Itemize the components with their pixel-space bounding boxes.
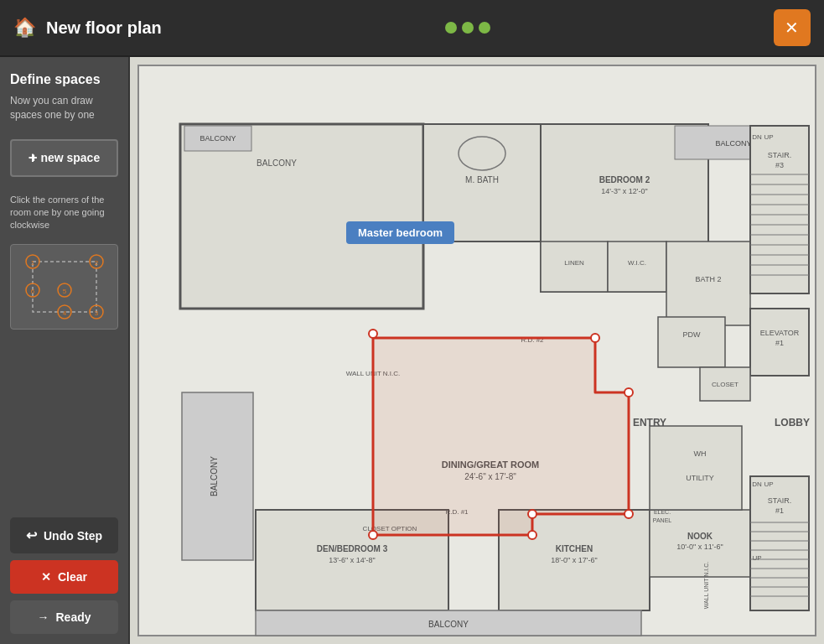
svg-rect-49 [658,317,725,367]
svg-text:14'-3" x 12'-0": 14'-3" x 12'-0" [601,187,647,195]
ready-arrow-icon: → [37,610,49,624]
floor-plan-svg: BALCONY BALCONY BEDROOM 2 14'-3" x 12'-0… [130,57,824,644]
svg-text:W.I.C.: W.I.C. [628,259,646,267]
undo-label: Undo Step [44,529,102,543]
svg-text:LINEN: LINEN [564,259,584,267]
svg-rect-28 [608,242,666,292]
header: 🏠 New floor plan ✕ [0,0,824,57]
dot-1 [445,22,457,34]
svg-text:DN: DN [752,480,762,488]
svg-point-100 [624,510,633,518]
close-button[interactable]: ✕ [774,9,811,46]
svg-text:ELEC.: ELEC. [654,509,671,515]
undo-icon: ↩ [26,527,37,543]
svg-text:3: 3 [94,309,98,317]
svg-text:NOOK: NOOK [687,532,713,541]
svg-text:WALL UNIT N.I.C.: WALL UNIT N.I.C. [703,562,709,610]
svg-point-101 [528,510,536,518]
ready-label: Ready [55,610,91,624]
svg-text:KITCHEN: KITCHEN [556,544,593,553]
svg-text:DEN/BEDROOM 3: DEN/BEDROOM 3 [317,544,388,553]
svg-rect-26 [541,242,608,292]
dot-2 [462,22,474,34]
new-space-label: + new space [30,151,100,164]
corner-diagram: 1 2 3 4 5 6 [10,244,118,330]
svg-text:STAIR.: STAIR. [768,496,791,505]
clear-label: Clear [58,570,87,584]
svg-text:13'-6" x 14'-8": 13'-6" x 14'-8" [329,556,375,564]
svg-point-102 [528,531,536,539]
instructions-text: Click the corners of the room one by one… [10,194,118,232]
new-space-button[interactable]: + + new space [10,139,118,177]
svg-text:BALCONY: BALCONY [200,134,236,143]
svg-text:M. BATH: M. BATH [465,175,499,184]
svg-text:BALCONY: BALCONY [428,620,469,629]
ready-button[interactable]: → Ready [10,600,118,634]
svg-point-103 [369,531,377,539]
svg-text:STAIR.: STAIR. [768,151,791,159]
svg-text:UP: UP [764,133,773,141]
svg-text:#1: #1 [775,506,784,515]
svg-point-98 [591,334,599,342]
svg-text:5: 5 [62,288,66,295]
clear-button[interactable]: ✕ Clear [10,560,118,594]
define-spaces-description: Now you can draw spaces one by one [10,94,118,122]
svg-text:WH: WH [694,449,707,458]
sidebar: Define spaces Now you can draw spaces on… [0,57,130,644]
svg-text:BALCONY: BALCONY [257,158,297,168]
dot-3 [479,22,490,34]
svg-text:UP: UP [764,480,773,488]
svg-text:BATH 2: BATH 2 [696,275,722,283]
canvas-area[interactable]: BALCONY BALCONY BEDROOM 2 14'-3" x 12'-0… [130,57,824,644]
home-icon: 🏠 [13,17,36,39]
svg-point-99 [624,388,633,397]
sidebar-bottom: ↩ Undo Step ✕ Clear → Ready [10,517,118,644]
svg-text:BEDROOM 2: BEDROOM 2 [599,175,650,184]
header-dots [445,22,490,34]
svg-rect-30 [666,242,750,325]
svg-text:6: 6 [30,288,34,295]
svg-text:2: 2 [94,259,98,267]
svg-rect-68 [650,426,742,510]
svg-rect-0 [33,262,96,312]
svg-text:#3: #3 [775,161,784,169]
svg-text:#1: #1 [775,339,784,347]
svg-text:PANEL: PANEL [653,517,672,523]
svg-text:DN: DN [752,133,762,141]
define-spaces-title: Define spaces [10,72,118,87]
svg-rect-14 [180,124,423,309]
svg-text:PDW: PDW [683,330,702,339]
svg-text:UP: UP [752,554,761,562]
svg-text:UTILITY: UTILITY [686,474,714,482]
app-title: New floor plan [46,18,162,38]
svg-text:LOBBY: LOBBY [775,417,810,428]
svg-text:BALCONY: BALCONY [715,139,751,148]
svg-text:1: 1 [30,259,34,267]
main-layout: Define spaces Now you can draw spaces on… [0,57,824,644]
header-left: 🏠 New floor plan [13,17,162,39]
clear-x-icon: ✕ [41,570,51,584]
undo-button[interactable]: ↩ Undo Step [10,517,118,553]
svg-text:4: 4 [62,309,66,317]
svg-text:CLOSET: CLOSET [712,381,738,388]
svg-text:10'-0" x 11'-6": 10'-0" x 11'-6" [676,543,723,551]
svg-text:BALCONY: BALCONY [210,456,219,496]
svg-point-97 [369,330,377,338]
svg-text:ELEVATOR: ELEVATOR [760,329,800,337]
svg-text:18'-0" x 17'-6": 18'-0" x 17'-6" [551,556,597,564]
